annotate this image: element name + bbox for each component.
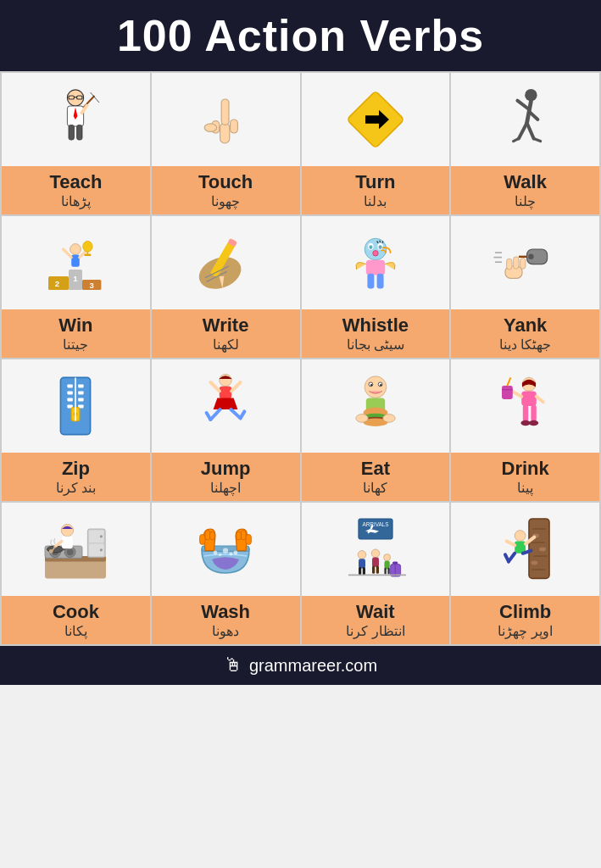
win-urdu: جیتنا (5, 337, 147, 356)
write-english: Write (155, 314, 297, 337)
verb-grid: Teach پڑھانا Touch چھونا (0, 71, 601, 646)
svg-rect-132 (205, 531, 210, 540)
svg-rect-154 (384, 568, 386, 575)
svg-text:ARRIVALS: ARRIVALS (362, 521, 388, 527)
cell-cook: Cook پکانا (1, 502, 151, 645)
drink-label: Drink پینا (451, 453, 599, 501)
turn-urdu: بدلنا (305, 193, 447, 213)
svg-point-49 (378, 245, 381, 249)
svg-text:3: 3 (90, 281, 94, 290)
cell-write: Write لکھنا (151, 215, 301, 359)
svg-rect-150 (372, 565, 375, 574)
svg-rect-33 (72, 254, 81, 266)
svg-point-129 (49, 549, 53, 554)
eat-urdu: کھانا (305, 480, 447, 499)
svg-point-32 (70, 244, 81, 255)
svg-rect-146 (359, 567, 361, 576)
cell-walk: Walk چلنا (450, 72, 600, 215)
climb-english: Climb (454, 601, 596, 623)
svg-rect-158 (392, 561, 398, 564)
svg-rect-135 (242, 531, 247, 540)
zip-urdu: بند کرنا (5, 480, 147, 499)
svg-point-137 (214, 551, 218, 555)
svg-rect-62 (513, 257, 518, 269)
svg-line-102 (512, 391, 521, 396)
svg-rect-134 (246, 534, 251, 544)
svg-point-92 (380, 384, 381, 386)
svg-line-22 (519, 123, 527, 138)
svg-point-36 (83, 241, 92, 252)
svg-rect-13 (231, 120, 238, 133)
svg-point-141 (230, 553, 233, 556)
whistle-urdu: سیٹی بجانا (305, 337, 447, 356)
svg-point-125 (62, 524, 74, 536)
svg-line-51 (380, 241, 381, 242)
svg-rect-72 (79, 384, 84, 387)
yank-image (451, 216, 599, 309)
svg-rect-54 (366, 260, 385, 275)
jump-image (152, 359, 300, 453)
svg-line-84 (211, 409, 220, 420)
svg-point-139 (234, 551, 238, 555)
wash-english: Wash (155, 601, 297, 623)
svg-rect-55 (367, 274, 374, 289)
turn-image (302, 73, 450, 166)
svg-rect-7 (77, 125, 82, 140)
svg-text:2: 2 (55, 279, 59, 288)
cell-touch: Touch چھونا (151, 72, 301, 215)
svg-rect-63 (520, 258, 525, 269)
svg-line-105 (507, 377, 510, 386)
wait-label: Wait انتظار کرنا (302, 596, 450, 644)
wash-image (152, 503, 300, 596)
drink-image (451, 359, 599, 453)
svg-point-117 (100, 548, 103, 551)
footer: 🖱 grammareer.com (0, 646, 601, 685)
cell-teach: Teach پڑھانا (1, 72, 151, 215)
zip-english: Zip (5, 458, 147, 480)
svg-line-24 (533, 138, 540, 141)
climb-image (451, 503, 599, 596)
cell-win: 2 1 3 Win جیتنا (1, 215, 151, 359)
cell-wait: ARRIVALS (301, 502, 451, 645)
svg-point-140 (219, 554, 221, 556)
eat-label: Eat کھانا (302, 453, 450, 501)
svg-rect-147 (363, 567, 365, 576)
drink-english: Drink (454, 458, 596, 480)
svg-rect-6 (69, 125, 74, 140)
walk-english: Walk (454, 171, 596, 193)
cook-english: Cook (5, 601, 147, 623)
svg-point-47 (369, 245, 372, 249)
cook-image (2, 503, 150, 596)
footer-text: grammareer.com (249, 656, 377, 676)
whistle-english: Whistle (305, 314, 447, 337)
svg-point-108 (520, 420, 530, 426)
svg-rect-103 (502, 386, 513, 399)
climb-label: Climb اوپر چھڑنا (451, 596, 599, 644)
svg-point-138 (223, 548, 228, 553)
svg-point-122 (67, 548, 74, 555)
header-title: 100 Action Verbs (117, 11, 484, 60)
svg-rect-12 (221, 99, 229, 125)
svg-line-23 (526, 123, 533, 138)
svg-rect-69 (68, 391, 73, 394)
turn-english: Turn (305, 171, 447, 193)
eat-image (302, 359, 450, 453)
cell-whistle: Whistle سیٹی بجانا (301, 215, 451, 359)
svg-point-167 (531, 561, 537, 565)
write-urdu: لکھنا (155, 337, 297, 356)
svg-point-109 (529, 420, 538, 426)
svg-rect-74 (79, 398, 84, 401)
turn-label: Turn بدلنا (302, 166, 450, 214)
svg-rect-56 (376, 274, 383, 289)
svg-line-86 (231, 409, 241, 418)
svg-text:1: 1 (74, 274, 79, 283)
svg-rect-145 (359, 559, 365, 568)
yank-urdu: جھٹکا دینا (454, 337, 596, 356)
cell-yank: Yank جھٹکا دینا (450, 215, 600, 359)
svg-rect-106 (522, 404, 527, 421)
climb-urdu: اوپر چھڑنا (454, 623, 596, 643)
svg-rect-11 (220, 123, 230, 143)
wait-image: ARRIVALS (302, 503, 450, 596)
header: 100 Action Verbs (0, 0, 601, 71)
write-label: Write لکھنا (152, 309, 300, 358)
